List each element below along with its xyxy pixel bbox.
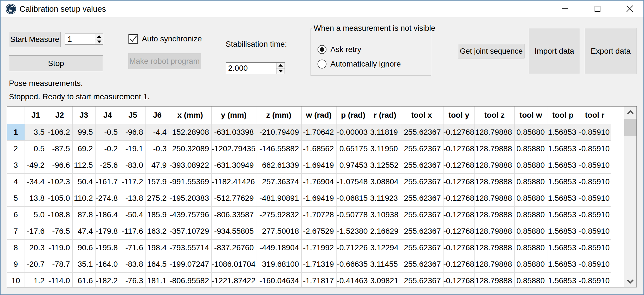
cell[interactable]: -449.18904 bbox=[256, 239, 301, 256]
cell[interactable]: -87.5 bbox=[47, 140, 72, 157]
cell[interactable]: 157.9 bbox=[146, 173, 169, 190]
cell[interactable]: -78.7 bbox=[47, 256, 72, 272]
cell[interactable]: 255.62367 bbox=[400, 223, 443, 239]
row-header[interactable]: 2 bbox=[7, 140, 25, 157]
cell[interactable]: -105.0 bbox=[47, 190, 72, 206]
auto-synchronize-checkbox[interactable]: Auto synchronize bbox=[128, 34, 202, 44]
cell[interactable]: 128.79888 bbox=[474, 223, 514, 239]
cell[interactable]: 87.8 bbox=[72, 206, 95, 223]
cell[interactable]: -0.85910 bbox=[579, 206, 611, 223]
cell[interactable]: -114.0 bbox=[47, 272, 72, 287]
cell[interactable]: 128.79888 bbox=[474, 124, 514, 140]
column-header-J6[interactable]: J6 bbox=[146, 107, 169, 124]
column-header-J5[interactable]: J5 bbox=[120, 107, 146, 124]
cell[interactable]: -102.3 bbox=[47, 173, 72, 190]
row-header[interactable]: 6 bbox=[7, 206, 25, 223]
cell[interactable]: 128.79888 bbox=[474, 190, 514, 206]
cell[interactable]: -1202.79435 bbox=[211, 140, 256, 157]
row-header[interactable]: 3 bbox=[7, 157, 25, 173]
cell[interactable]: 1.56853 bbox=[547, 173, 579, 190]
cell[interactable]: -0.2 bbox=[95, 140, 120, 157]
cell[interactable]: -393.08922 bbox=[169, 157, 211, 173]
cell[interactable]: 250.32089 bbox=[169, 140, 211, 157]
cell[interactable]: 255.62367 bbox=[400, 173, 443, 190]
cell[interactable]: 3.11819 bbox=[370, 124, 400, 140]
cell[interactable]: 13.8 bbox=[25, 190, 47, 206]
cell[interactable]: -0.12768 bbox=[443, 124, 474, 140]
cell[interactable]: -2.67529 bbox=[301, 223, 336, 239]
cell[interactable]: -0.12768 bbox=[443, 190, 474, 206]
cell[interactable]: -274.8 bbox=[95, 190, 120, 206]
minimize-button[interactable] bbox=[555, 1, 575, 17]
cell[interactable]: -96.6 bbox=[47, 157, 72, 173]
cell[interactable]: 1.56853 bbox=[547, 157, 579, 173]
cell[interactable]: 3.11950 bbox=[370, 140, 400, 157]
radio-option-automatically-ignore[interactable]: Automatically ignore bbox=[318, 59, 401, 69]
cell[interactable]: -0.06815 bbox=[336, 190, 370, 206]
cell[interactable]: -106.2 bbox=[47, 124, 72, 140]
cell[interactable]: 128.79888 bbox=[474, 272, 514, 287]
cell[interactable]: -0.85910 bbox=[579, 157, 611, 173]
column-header-J3[interactable]: J3 bbox=[72, 107, 95, 124]
cell[interactable]: 0.65175 bbox=[336, 140, 370, 157]
cell[interactable]: -4.4 bbox=[146, 124, 169, 140]
cell[interactable]: -275.92832 bbox=[256, 206, 301, 223]
stop-button[interactable]: Stop bbox=[9, 55, 103, 71]
spin-down-button[interactable] bbox=[95, 39, 103, 45]
cell[interactable]: 662.61339 bbox=[256, 157, 301, 173]
cell[interactable]: 255.62367 bbox=[400, 140, 443, 157]
column-header-tool-z[interactable]: tool z bbox=[474, 107, 514, 124]
cell[interactable]: -13.8 bbox=[120, 190, 146, 206]
cell[interactable]: 1.56853 bbox=[547, 124, 579, 140]
cell[interactable]: -837.26760 bbox=[211, 239, 256, 256]
cell[interactable]: 277.50018 bbox=[256, 223, 301, 239]
cell[interactable]: 3.08804 bbox=[370, 173, 400, 190]
cell[interactable]: -49.2 bbox=[25, 157, 47, 173]
cell[interactable]: -631.03398 bbox=[211, 124, 256, 140]
column-header-r-rad-[interactable]: r (rad) bbox=[370, 107, 400, 124]
export-data-button[interactable]: Export data bbox=[585, 28, 636, 74]
cell[interactable]: -0.71226 bbox=[336, 239, 370, 256]
cell[interactable]: 152.28908 bbox=[169, 124, 211, 140]
spin-up-button[interactable] bbox=[276, 63, 285, 69]
cell[interactable]: -83.8 bbox=[120, 256, 146, 272]
column-header-tool-p[interactable]: tool p bbox=[547, 107, 579, 124]
cell[interactable]: 0.85880 bbox=[514, 157, 547, 173]
column-header-J2[interactable]: J2 bbox=[47, 107, 72, 124]
cell[interactable]: -806.33587 bbox=[211, 206, 256, 223]
cell[interactable]: 0.85880 bbox=[514, 140, 547, 157]
cell[interactable]: -50.4 bbox=[120, 206, 146, 223]
cell[interactable]: -0.85910 bbox=[579, 140, 611, 157]
cell[interactable]: -195.20383 bbox=[169, 190, 211, 206]
cell[interactable]: 3.11923 bbox=[370, 190, 400, 206]
corner-header[interactable] bbox=[7, 107, 25, 124]
cell[interactable]: -1.70642 bbox=[301, 124, 336, 140]
cell[interactable]: -1.71817 bbox=[301, 272, 336, 287]
cell[interactable]: -0.5 bbox=[95, 124, 120, 140]
measure-count-spinbox[interactable]: 1 bbox=[65, 34, 103, 45]
cell[interactable]: -195.8 bbox=[95, 239, 120, 256]
cell[interactable]: -1.71319 bbox=[301, 256, 336, 272]
cell[interactable]: -0.85910 bbox=[579, 173, 611, 190]
cell[interactable]: 257.36374 bbox=[256, 173, 301, 190]
cell[interactable]: 128.79888 bbox=[474, 140, 514, 157]
column-header-tool-w[interactable]: tool w bbox=[514, 107, 547, 124]
cell[interactable]: -1182.41426 bbox=[211, 173, 256, 190]
row-header[interactable]: 5 bbox=[7, 190, 25, 206]
cell[interactable]: -0.3 bbox=[146, 140, 169, 157]
cell[interactable]: 0.85880 bbox=[514, 190, 547, 206]
cell[interactable]: 128.79888 bbox=[474, 173, 514, 190]
column-header-z-mm-[interactable]: z (mm) bbox=[256, 107, 301, 124]
cell[interactable]: -0.12768 bbox=[443, 140, 474, 157]
get-joint-sequence-button[interactable]: Get joint sequence bbox=[458, 44, 524, 58]
cell[interactable]: -991.55369 bbox=[169, 173, 211, 190]
cell[interactable]: 1.56853 bbox=[547, 223, 579, 239]
cell[interactable]: 0.85880 bbox=[514, 256, 547, 272]
cell[interactable]: -108.8 bbox=[47, 206, 72, 223]
cell[interactable]: -0.85910 bbox=[579, 124, 611, 140]
row-header[interactable]: 1 bbox=[7, 124, 25, 140]
cell[interactable]: 99.5 bbox=[72, 124, 95, 140]
cell[interactable]: 1.56853 bbox=[547, 206, 579, 223]
cell[interactable]: -34.4 bbox=[25, 173, 47, 190]
cell[interactable]: -117.2 bbox=[120, 173, 146, 190]
